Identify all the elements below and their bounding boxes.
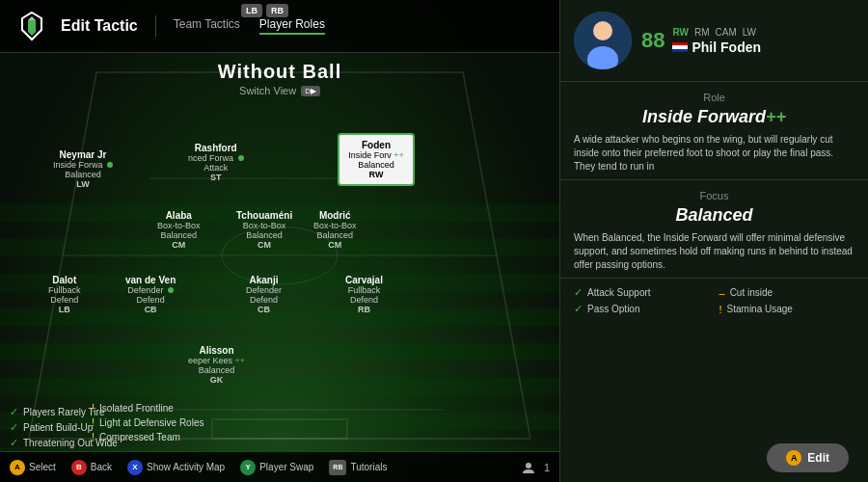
player-card-rashford[interactable]: Rashford nced Forwa Attack ST: [188, 143, 244, 182]
attributes-section: ✓ Attack Support – Cut inside ✓ Pass Opt…: [560, 279, 868, 323]
check-icon: ✓: [10, 437, 18, 449]
bottom-bar: A Select B Back X Show Activity Map Y Pl…: [0, 451, 559, 482]
warn-icon: !: [92, 416, 95, 428]
attr-text: Stamina Usage: [727, 304, 793, 314]
warn-icon: !: [92, 402, 95, 414]
focus-label: Focus: [574, 190, 854, 201]
bb-player-swap-label: Player Swap: [259, 462, 313, 472]
notif-text: Compressed Team: [99, 432, 180, 442]
user-count: 1: [544, 462, 550, 473]
check-icon: ✓: [574, 303, 583, 315]
controller-hints: LB RB: [241, 4, 288, 17]
d-pad-icon: D▶: [301, 86, 320, 96]
notif-text: Light at Defensive Roles: [99, 417, 203, 428]
player-rating: 88: [641, 28, 665, 53]
y-button: Y: [240, 460, 256, 475]
player-flag: Phil Foden: [672, 40, 761, 55]
app-logo: [14, 9, 49, 43]
bb-select-label: Select: [29, 462, 56, 472]
warn-icon: !: [92, 431, 95, 442]
focus-section: Focus Balanced When Balanced, the Inside…: [560, 180, 868, 279]
player-card-modric[interactable]: Modrić Box-to-Box Balanced CM: [313, 210, 357, 250]
player-card-akanji[interactable]: Akanji Defender Defend CB: [246, 275, 282, 314]
svg-point-10: [526, 463, 531, 469]
role-label: Role: [574, 92, 854, 103]
player-card-alisson[interactable]: Alisson eeper Kees ++ Balanced GK: [188, 345, 245, 385]
check-icon: ✓: [574, 286, 583, 299]
role-section: Role Inside Forward++ A wide attacker wh…: [560, 82, 868, 180]
bb-tutorials[interactable]: RB Tutorials: [329, 460, 387, 475]
pos-rw: RW: [672, 27, 688, 38]
bb-select[interactable]: A Select: [10, 460, 56, 475]
bb-player-swap[interactable]: Y Player Swap: [240, 460, 313, 475]
pos-rm: RM: [694, 27, 710, 38]
attr-text: Attack Support: [587, 287, 651, 298]
player-card-foden[interactable]: Foden Inside Forv ++ Balanced RW: [338, 133, 415, 186]
lb-button: LB: [241, 4, 262, 17]
notifications: ✓ Players Rarely Tire ✓ Patient Build-Up…: [10, 406, 203, 445]
focus-description: When Balanced, the Inside Forward will o…: [574, 231, 854, 272]
bb-tutorials-label: Tutorials: [350, 462, 387, 472]
nav-player-roles[interactable]: Player Roles: [259, 17, 325, 35]
svg-point-1: [593, 21, 612, 40]
bb-back[interactable]: B Back: [71, 460, 112, 475]
attr-cut-inside: – Cut inside: [719, 286, 855, 299]
person-icon: [521, 460, 536, 475]
b-button: B: [71, 460, 87, 475]
notif-isolated-frontline: ! Isolated Frontline: [92, 402, 203, 414]
switch-view-label: Switch View: [239, 85, 296, 96]
header-divider: [155, 15, 156, 37]
bb-back-label: Back: [91, 462, 112, 472]
notif-text: Patient Build-Up: [23, 422, 93, 433]
player-details: 88 RW RM CAM LW Phil Foden: [641, 27, 761, 55]
player-card-van-de-ven[interactable]: van de Ven Defender Defend CB: [125, 275, 176, 314]
notif-light-defensive: ! Light at Defensive Roles: [92, 416, 203, 428]
pos-lw: LW: [743, 27, 756, 38]
a-button: A: [10, 460, 25, 475]
warn-icon: !: [719, 304, 722, 315]
attr-stamina: ! Stamina Usage: [719, 303, 855, 315]
view-title: Without Ball: [0, 61, 559, 83]
bb-activity-map[interactable]: X Show Activity Map: [127, 460, 225, 475]
header: Edit Tactic Team Tactics Player Roles LB…: [0, 0, 559, 53]
switch-view[interactable]: Switch View D▶: [0, 85, 559, 96]
role-description: A wide attacker who begins on the wing, …: [574, 133, 854, 174]
bb-activity-map-label: Show Activity Map: [147, 462, 225, 472]
check-icon: ✓: [10, 406, 18, 418]
player-card-neymar[interactable]: Neymar Jr Inside Forwa Balanced LW: [53, 149, 113, 189]
header-navigation: Team Tactics Player Roles: [174, 17, 325, 35]
pos-cam: CAM: [716, 27, 737, 38]
player-avatar: [574, 12, 632, 69]
notif-text: Isolated Frontline: [99, 403, 174, 414]
rb-button: RB: [329, 460, 346, 475]
nav-team-tactics[interactable]: Team Tactics: [174, 17, 240, 35]
player-positions: RW RM CAM LW: [672, 27, 761, 38]
edit-label: Edit: [807, 451, 829, 465]
player-card-alaba[interactable]: Alaba Box-to-Box Balanced CM: [157, 210, 201, 250]
attr-text: Pass Option: [587, 304, 639, 314]
role-title: Inside Forward++: [574, 107, 854, 127]
dash-icon: –: [719, 287, 725, 299]
player-card-carvajal[interactable]: Carvajal Fullback Defend RB: [345, 275, 383, 314]
notif-compressed-team: ! Compressed Team: [92, 431, 203, 442]
x-button: X: [127, 460, 143, 475]
check-icon: ✓: [10, 421, 18, 434]
right-panel: 88 RW RM CAM LW Phil Foden Role: [559, 0, 868, 482]
england-flag: [672, 42, 688, 52]
field-title-section: Without Ball Switch View D▶: [0, 53, 559, 100]
a-button-icon: A: [786, 450, 801, 466]
player-card-tchouameni[interactable]: Tchouaméni Box-to-Box Balanced CM: [236, 210, 292, 250]
page-title: Edit Tactic: [61, 17, 138, 35]
player-info-section: 88 RW RM CAM LW Phil Foden: [560, 0, 868, 82]
attr-attack-support: ✓ Attack Support: [574, 286, 710, 299]
attr-text: Cut inside: [730, 287, 773, 298]
player-name: Phil Foden: [692, 40, 761, 55]
attr-pass-option: ✓ Pass Option: [574, 303, 710, 315]
rb-button: RB: [266, 4, 288, 17]
focus-title: Balanced: [574, 205, 854, 226]
player-card-dalot[interactable]: Dalot Fullback Defend LB: [48, 275, 81, 314]
edit-button[interactable]: A Edit: [767, 443, 849, 472]
